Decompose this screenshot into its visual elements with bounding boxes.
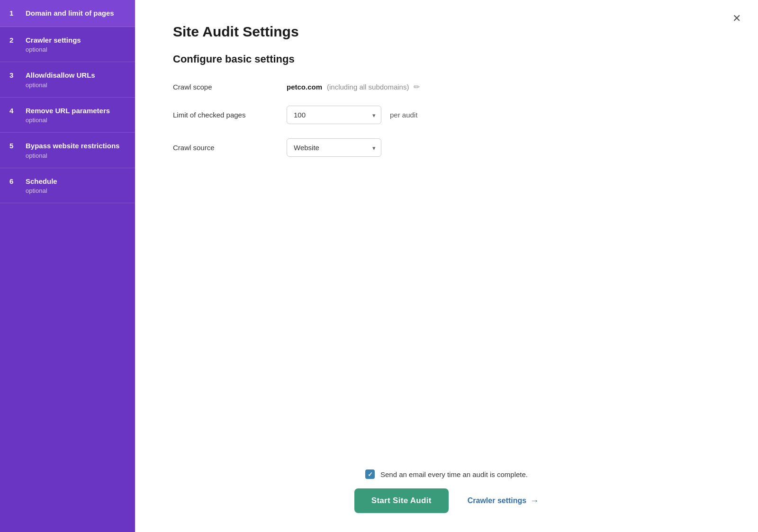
per-audit-text: per audit xyxy=(390,111,417,119)
crawl-source-row: Crawl source Website Sitemap Both ▾ xyxy=(173,138,720,157)
wizard-title-1: Domain and limit of pages xyxy=(26,9,114,18)
wizard-title-3: Allow/disallow URLs xyxy=(26,71,95,80)
wizard-title-6: Schedule xyxy=(26,177,57,186)
crawl-source-label: Crawl source xyxy=(173,144,268,152)
crawl-scope-row: Crawl scope petco.com (including all sub… xyxy=(173,82,720,91)
wizard-number-3: 3 xyxy=(9,71,19,79)
source-select[interactable]: Website Sitemap Both xyxy=(287,138,381,157)
crawler-settings-link-text: Crawler settings xyxy=(468,496,526,505)
limit-select-wrapper: 100 500 1000 5000 10000 20000 50000 1000… xyxy=(287,106,381,124)
domain-suffix: (including all subdomains) xyxy=(327,83,409,91)
email-checkbox-row: ✓ Send an email every time an audit is c… xyxy=(365,469,528,479)
email-notice-label: Send an email every time an audit is com… xyxy=(380,470,528,478)
section-title: Configure basic settings xyxy=(173,53,720,65)
crawler-settings-link[interactable]: Crawler settings → xyxy=(468,496,539,506)
arrow-icon: → xyxy=(530,496,539,506)
wizard-subtitle-4: optional xyxy=(26,117,110,124)
limit-select[interactable]: 100 500 1000 5000 10000 20000 50000 1000… xyxy=(287,106,381,124)
wizard-item-3[interactable]: 3 Allow/disallow URLs optional xyxy=(0,62,135,98)
main-panel: ✕ Site Audit Settings Configure basic se… xyxy=(135,0,758,532)
domain-name: petco.com xyxy=(287,83,322,91)
wizard-number-5: 5 xyxy=(9,142,19,150)
crawl-scope-value: petco.com (including all subdomains) ✏ xyxy=(287,82,420,91)
wizard-title-5: Bypass website restrictions xyxy=(26,141,119,151)
wizard-number-6: 6 xyxy=(9,177,19,185)
bottom-actions: Start Site Audit Crawler settings → xyxy=(354,488,539,513)
settings-form: Crawl scope petco.com (including all sub… xyxy=(173,82,720,455)
edit-domain-icon[interactable]: ✏ xyxy=(414,82,420,91)
wizard-number-2: 2 xyxy=(9,36,19,44)
wizard-number-4: 4 xyxy=(9,107,19,115)
check-icon: ✓ xyxy=(368,471,373,478)
wizard-item-6[interactable]: 6 Schedule optional xyxy=(0,168,135,204)
limit-pages-row: Limit of checked pages 100 500 1000 5000… xyxy=(173,106,720,124)
source-select-wrapper: Website Sitemap Both ▾ xyxy=(287,138,381,157)
bottom-section: ✓ Send an email every time an audit is c… xyxy=(173,455,720,513)
wizard-title-2: Crawler settings xyxy=(26,36,81,45)
wizard-subtitle-6: optional xyxy=(26,187,57,194)
limit-pages-label: Limit of checked pages xyxy=(173,111,268,119)
crawl-scope-label: Crawl scope xyxy=(173,83,268,91)
page-title: Site Audit Settings xyxy=(173,24,720,40)
wizard-subtitle-5: optional xyxy=(26,152,119,159)
close-button[interactable]: ✕ xyxy=(732,13,741,24)
wizard-title-4: Remove URL parameters xyxy=(26,106,110,116)
wizard-item-5[interactable]: 5 Bypass website restrictions optional xyxy=(0,133,135,168)
wizard-subtitle-3: optional xyxy=(26,81,95,89)
wizard-number-1: 1 xyxy=(9,9,19,17)
wizard-panel: 1 Domain and limit of pages 2 Crawler se… xyxy=(0,0,135,532)
wizard-item-1[interactable]: 1 Domain and limit of pages xyxy=(0,0,135,27)
modal: 1 Domain and limit of pages 2 Crawler se… xyxy=(0,0,758,532)
start-audit-button[interactable]: Start Site Audit xyxy=(354,488,449,513)
wizard-subtitle-2: optional xyxy=(26,46,81,53)
wizard-item-4[interactable]: 4 Remove URL parameters optional xyxy=(0,98,135,133)
email-checkbox[interactable]: ✓ xyxy=(365,469,375,479)
wizard-item-2[interactable]: 2 Crawler settings optional xyxy=(0,27,135,63)
